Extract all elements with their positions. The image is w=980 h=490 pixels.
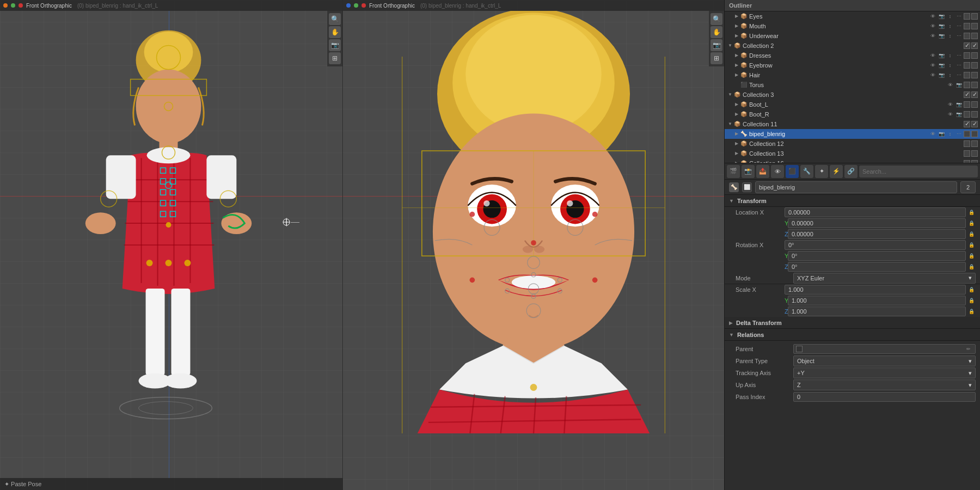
arrow-eyes[interactable]: ▶: [733, 13, 740, 20]
render-icon-eyes[interactable]: 📷: [938, 13, 945, 20]
arrow-collection11[interactable]: ▼: [727, 121, 733, 127]
arrow-biped[interactable]: ▶: [733, 131, 740, 137]
cb-torus[interactable]: [964, 82, 970, 88]
extra-icon-eyes[interactable]: ⋯: [955, 13, 963, 20]
props-btn-output[interactable]: 📤: [756, 165, 769, 178]
render-dresses[interactable]: 📷: [938, 52, 945, 59]
arrow-collection3[interactable]: ▼: [727, 91, 733, 98]
cb-hair[interactable]: [964, 72, 970, 78]
extra-icon-underwear[interactable]: ⋯: [955, 32, 963, 40]
outliner-item-bootl[interactable]: ▶ 📦 Boot_L 👁 📷: [725, 100, 980, 109]
vis-eyebrow[interactable]: 👁: [929, 62, 936, 69]
outliner-item-torus[interactable]: ⬛ Torus 👁 📷: [725, 80, 980, 90]
vis-torus[interactable]: 👁: [946, 81, 954, 89]
sel-icon-eyes[interactable]: ↕: [946, 13, 954, 20]
cb2-collection12[interactable]: [971, 140, 978, 147]
lock-scale-x[interactable]: 🔒: [967, 285, 976, 294]
cb2-collection3[interactable]: ✓: [971, 91, 978, 98]
cb2-collection13[interactable]: [971, 150, 978, 157]
props-btn-particles[interactable]: ✦: [815, 165, 828, 178]
lock-rot-x[interactable]: 🔒: [967, 241, 976, 249]
render-icon-mouth[interactable]: 📷: [938, 22, 945, 30]
lock-loc-x[interactable]: 🔒: [967, 208, 976, 217]
cb2-bootl[interactable]: [971, 101, 978, 108]
outliner-item-eyebrow[interactable]: ▶ 📦 Eyebrow 👁 📷 ↕ ⋯: [725, 60, 980, 70]
props-btn-physics[interactable]: ⚡: [830, 165, 843, 178]
outliner-item-collection13[interactable]: ▶ 📦 Collection 13: [725, 149, 980, 158]
cb-dresses[interactable]: [964, 52, 970, 59]
object-name-input[interactable]: [755, 181, 957, 193]
outliner-list[interactable]: ▶ 📦 Eyes 👁 📷 ↕ ⋯ ▶ 📦 Mouth: [725, 11, 980, 163]
sel-icon-underwear[interactable]: ↕: [946, 32, 954, 40]
scale-z-val[interactable]: 1.000: [788, 307, 966, 316]
pan-btn-right[interactable]: ✋: [710, 26, 722, 38]
sel-hair[interactable]: ↕: [946, 71, 954, 79]
props-btn-constraints[interactable]: 🔗: [844, 165, 857, 178]
cb-eyebrow[interactable]: [964, 62, 970, 69]
arrow-underwear[interactable]: ▶: [733, 33, 740, 39]
arrow-bootr[interactable]: ▶: [733, 111, 740, 118]
props-search[interactable]: [859, 166, 978, 177]
extra-biped[interactable]: ⋯: [955, 130, 963, 138]
rotation-x-val[interactable]: 0°: [785, 240, 966, 250]
extra-eyebrow[interactable]: ⋯: [955, 62, 963, 69]
transform-section-header[interactable]: ▼ Transform: [725, 195, 980, 207]
cb2-bootr[interactable]: [971, 111, 978, 118]
parent-edit-icon[interactable]: ✏: [964, 345, 973, 353]
rotation-z-val[interactable]: 0°: [788, 262, 966, 272]
cb-collection12[interactable]: [964, 140, 970, 147]
sel-icon-mouth[interactable]: ↕: [946, 22, 954, 30]
sel-biped[interactable]: ↕: [946, 130, 954, 138]
vis-hair[interactable]: 👁: [929, 71, 936, 79]
arrow-collection13[interactable]: ▶: [733, 150, 740, 157]
cb2-eyes[interactable]: [971, 13, 978, 20]
outliner-item-collection2[interactable]: ▼ 📦 Collection 2 ✓ ✓: [725, 41, 980, 51]
outliner-item-mouth[interactable]: ▶ 📦 Mouth 👁 📷 ↕ ⋯: [725, 21, 980, 31]
render-bootr[interactable]: 📷: [955, 111, 963, 118]
vis-bootr[interactable]: 👁: [946, 111, 954, 118]
outliner-item-underwear[interactable]: ▶ 📦 Underwear 👁 📷 ↕ ⋯: [725, 31, 980, 41]
render-torus[interactable]: 📷: [955, 81, 963, 89]
cb2-collection2[interactable]: ✓: [971, 42, 978, 49]
cb2-mouth[interactable]: [971, 23, 978, 29]
render-icon-underwear[interactable]: 📷: [938, 32, 945, 40]
render-hair[interactable]: 📷: [938, 71, 945, 79]
zoom-btn-left[interactable]: 🔍: [329, 13, 341, 25]
vis-icon-mouth[interactable]: 👁: [929, 22, 936, 30]
cb-underwear[interactable]: [964, 33, 970, 39]
parent-type-dropdown[interactable]: Object ▾: [793, 356, 976, 366]
arrow-dresses[interactable]: ▶: [733, 52, 740, 59]
outliner-item-collection11[interactable]: ▼ 📦 Collection 11 ✓ ✓: [725, 119, 980, 129]
pan-btn-left[interactable]: ✋: [329, 26, 341, 38]
relations-section-header[interactable]: ▼ Relations: [725, 329, 980, 341]
pass-index-value[interactable]: 0: [793, 392, 976, 402]
mode-dropdown[interactable]: XYZ Euler ▾: [793, 273, 976, 284]
cb2-dresses[interactable]: [971, 52, 978, 59]
cb-eyes[interactable]: [964, 13, 970, 20]
tracking-axis-dropdown[interactable]: +Y ▾: [793, 367, 976, 378]
cb2-biped[interactable]: [971, 131, 978, 137]
cb-collection11[interactable]: ✓: [964, 121, 970, 127]
props-btn-object[interactable]: ⬛: [786, 165, 799, 178]
viewport-right[interactable]: Front Orthographic (0) biped_blenrig : h…: [343, 0, 724, 490]
lock-rot-z[interactable]: 🔒: [967, 262, 976, 271]
outliner-item-collection16[interactable]: ▶ 📦 Collection 16: [725, 158, 980, 163]
outliner-item-collection12[interactable]: ▶ 📦 Collection 12: [725, 139, 980, 149]
cb-bootr[interactable]: [964, 111, 970, 118]
vis-icon-eyes[interactable]: 👁: [929, 13, 936, 20]
sel-eyebrow[interactable]: ↕: [946, 62, 954, 69]
outliner-item-biped[interactable]: ▶ 🦴 biped_blenrig 👁 📷 ↕ ⋯: [725, 129, 980, 139]
extra-icon-mouth[interactable]: ⋯: [955, 22, 963, 30]
cb2-collection11[interactable]: ✓: [971, 121, 978, 127]
cb2-eyebrow[interactable]: [971, 62, 978, 69]
scale-y-val[interactable]: 1.000: [788, 296, 966, 305]
cb-biped[interactable]: [964, 131, 970, 137]
cb-mouth[interactable]: [964, 23, 970, 29]
zoom-btn-right[interactable]: 🔍: [710, 13, 722, 25]
arrow-mouth[interactable]: ▶: [733, 23, 740, 29]
arrow-eyebrow[interactable]: ▶: [733, 62, 740, 69]
cb2-hair[interactable]: [971, 72, 978, 78]
props-btn-scene[interactable]: 🎬: [727, 165, 740, 178]
render-bootl[interactable]: 📷: [955, 101, 963, 108]
props-btn-view[interactable]: 👁: [771, 165, 784, 178]
